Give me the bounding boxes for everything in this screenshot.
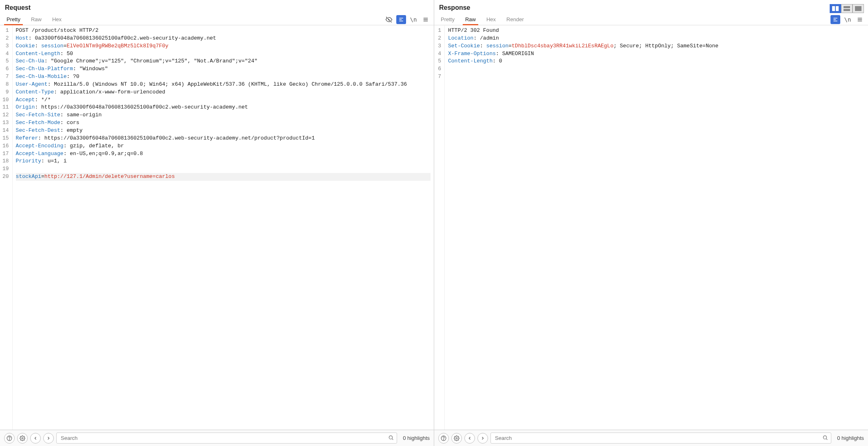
svg-rect-0 [832, 6, 835, 11]
toggle-visibility-icon[interactable] [384, 15, 394, 24]
nav-back-button[interactable] [464, 433, 475, 444]
request-gutter: 1234567891011121314151617181920 [0, 25, 13, 430]
request-search-box [56, 433, 397, 444]
response-search-box [490, 433, 831, 444]
svg-point-24 [456, 437, 457, 439]
layout-single-button[interactable] [853, 4, 864, 13]
layout-toolbar [830, 4, 864, 13]
request-highlights-count: 0 highlights [400, 435, 430, 441]
settings-icon[interactable] [17, 433, 28, 444]
newline-icon[interactable]: \n [409, 15, 418, 24]
svg-point-19 [22, 437, 23, 439]
nav-forward-button[interactable] [477, 433, 488, 444]
request-menu-icon[interactable] [421, 15, 431, 24]
response-tab-raw[interactable]: Raw [464, 14, 477, 25]
footer: 0 highlights 0 highlights [0, 430, 868, 446]
response-menu-icon[interactable] [855, 15, 865, 24]
request-footer: 0 highlights [0, 430, 434, 446]
request-title: Request [0, 0, 434, 14]
request-tabs: PrettyRawHex [5, 14, 384, 25]
svg-rect-2 [844, 6, 850, 8]
request-code-lines[interactable]: POST /product/stock HTTP/2 Host: 0a3300f… [13, 25, 434, 430]
layout-vertical-split-button[interactable] [830, 4, 841, 13]
request-search-input[interactable] [56, 433, 397, 444]
format-icon[interactable] [396, 15, 406, 24]
response-tabs-row: PrettyRawHexRender \n [434, 14, 868, 25]
response-search-input[interactable] [490, 433, 831, 444]
svg-rect-4 [855, 6, 861, 11]
svg-rect-3 [844, 9, 850, 11]
request-tabs-row: PrettyRawHex \n [0, 14, 434, 25]
response-tabs: PrettyRawHexRender [439, 14, 830, 25]
help-icon[interactable] [438, 433, 449, 444]
response-panel: Response PrettyRawHexRender \n 1234567 H… [434, 0, 868, 430]
request-panel: Request PrettyRawHex \n 1234567891011121… [0, 0, 434, 430]
request-tab-pretty[interactable]: Pretty [5, 14, 22, 25]
response-gutter: 1234567 [434, 25, 445, 430]
response-code-lines[interactable]: HTTP/2 302 Found Location: /admin Set-Co… [445, 25, 868, 430]
nav-back-button[interactable] [30, 433, 41, 444]
response-highlights-count: 0 highlights [834, 435, 864, 441]
response-title: Response [434, 0, 868, 14]
request-tab-raw[interactable]: Raw [29, 14, 43, 25]
svg-point-23 [444, 439, 444, 439]
svg-rect-1 [836, 6, 839, 11]
response-tab-hex[interactable]: Hex [485, 14, 497, 25]
response-code-area[interactable]: 1234567 HTTP/2 302 Found Location: /admi… [434, 25, 868, 430]
request-tab-hex[interactable]: Hex [51, 14, 63, 25]
response-tab-render[interactable]: Render [505, 14, 526, 25]
format-icon[interactable] [830, 15, 840, 24]
settings-icon[interactable] [451, 433, 462, 444]
help-icon[interactable] [4, 433, 15, 444]
request-code-area[interactable]: 1234567891011121314151617181920 POST /pr… [0, 25, 434, 430]
response-tab-pretty[interactable]: Pretty [439, 14, 456, 25]
layout-horizontal-split-button[interactable] [841, 4, 853, 13]
response-footer: 0 highlights [434, 430, 868, 446]
nav-forward-button[interactable] [43, 433, 54, 444]
svg-point-18 [9, 439, 10, 439]
newline-icon[interactable]: \n [843, 15, 853, 24]
